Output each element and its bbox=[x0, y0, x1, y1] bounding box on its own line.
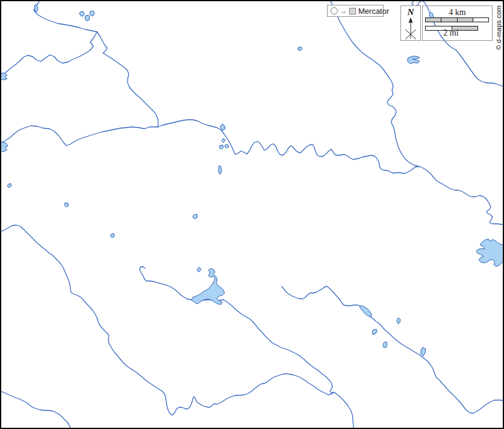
scale-segment bbox=[458, 18, 473, 22]
lake-leftedge-mid bbox=[0, 142, 8, 152]
lake-topleft-b bbox=[85, 15, 90, 21]
projection-arrow-icon: → bbox=[340, 8, 347, 14]
lake-topleft-a bbox=[79, 11, 84, 16]
lake-leftedge-upper bbox=[0, 73, 7, 80]
projection-circle-icon bbox=[331, 7, 338, 14]
north-arrow-icon bbox=[403, 17, 418, 40]
lake-blob-d bbox=[421, 347, 426, 356]
river-topleft-west-branch bbox=[3, 32, 97, 75]
lake-bit-a bbox=[219, 145, 223, 149]
river-west-diagonal bbox=[0, 225, 334, 415]
scale-segment bbox=[426, 18, 441, 22]
lake-tiny-left bbox=[7, 184, 11, 188]
river-main-west-east bbox=[0, 120, 504, 224]
river-south-outlet bbox=[334, 392, 353, 429]
lake-topleft-sliver bbox=[34, 4, 38, 12]
river-topleft-south-branch bbox=[97, 32, 158, 127]
lake-river-lake bbox=[359, 306, 372, 317]
scale-bar: 4 km 2 mi bbox=[422, 5, 493, 41]
lake-sliver-midright bbox=[219, 165, 222, 174]
north-indicator: N bbox=[400, 5, 421, 41]
lake-tiny-midleft bbox=[64, 203, 69, 207]
scale-km-label: 4 km bbox=[423, 8, 492, 17]
lake-comma-a bbox=[372, 329, 377, 335]
lake-bit-b bbox=[225, 144, 229, 148]
lake-tiny-north bbox=[298, 47, 302, 51]
lake-tiny-center bbox=[193, 214, 198, 219]
lake-topleft-c bbox=[90, 11, 95, 16]
lake-diamond-center bbox=[197, 267, 201, 272]
projection-label: Mercator bbox=[358, 7, 389, 16]
lake-comma-c bbox=[383, 342, 387, 348]
map-canvas: { "canvas": {"width": 837, "height": 713… bbox=[0, 0, 504, 429]
lake-teardrop-b bbox=[397, 318, 400, 324]
projection-square-icon bbox=[349, 8, 356, 14]
hydrography-svg bbox=[0, 0, 504, 429]
lake-tiny-triangle bbox=[110, 233, 114, 238]
copyright-text: © d-maps.com bbox=[495, 5, 502, 50]
lake-chain bbox=[191, 268, 225, 304]
lake-diamond-midright bbox=[222, 138, 225, 143]
north-label: N bbox=[401, 8, 420, 17]
projection-legend: → Mercator bbox=[327, 5, 384, 17]
scale-segment bbox=[473, 18, 488, 22]
lake-big-right bbox=[476, 239, 504, 267]
river-lakechain bbox=[140, 267, 334, 393]
scale-segment bbox=[441, 18, 457, 22]
lake-claw bbox=[408, 56, 420, 64]
scale-mi-label: 2 mi bbox=[425, 29, 477, 37]
lake-teardrop-midright bbox=[220, 124, 225, 131]
river-mid-diagonal bbox=[282, 286, 504, 413]
river-bottomleft bbox=[0, 391, 70, 429]
scale-km-bar bbox=[425, 17, 489, 22]
